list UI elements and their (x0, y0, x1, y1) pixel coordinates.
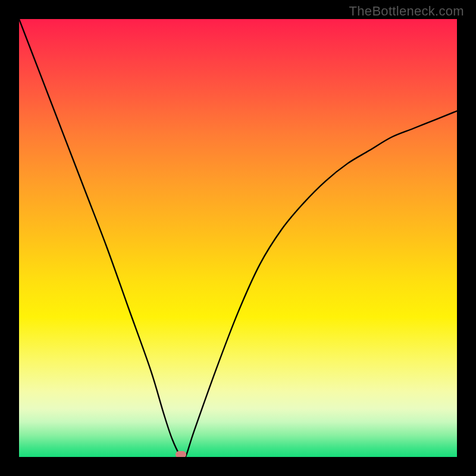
plot-area (19, 19, 457, 457)
bottleneck-curve-line (19, 19, 457, 457)
chart-frame (0, 0, 476, 476)
bottleneck-chart: TheBottleneck.com (0, 0, 476, 476)
curve-svg (19, 19, 457, 457)
minimum-marker (176, 451, 186, 457)
watermark-label: TheBottleneck.com (349, 4, 464, 19)
